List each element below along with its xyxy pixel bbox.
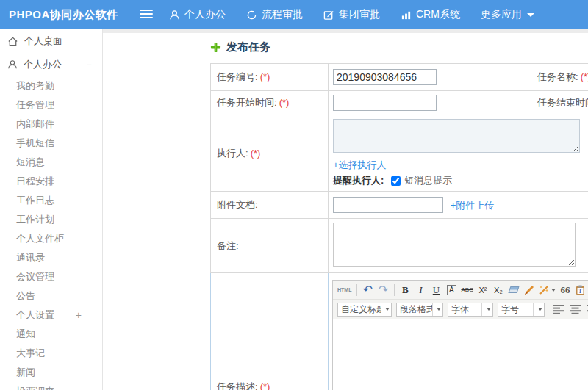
task-no-input[interactable] <box>333 69 437 85</box>
table-row: 任务描述:(*) HTML ↶ ↷ B I U A ABC X <box>211 273 588 390</box>
caret-down-icon <box>551 289 556 292</box>
align-left-icon[interactable] <box>552 302 564 317</box>
sidebar-item-task-management[interactable]: 任务管理 <box>0 95 102 115</box>
caret-down-icon <box>437 308 441 311</box>
font-family-dropdown[interactable]: 字体 <box>448 303 493 317</box>
task-no-label: 任务编号:(*) <box>211 64 329 91</box>
brush-icon[interactable] <box>523 283 535 297</box>
attachment-upload-link[interactable]: +附件上传 <box>451 200 495 211</box>
remark-label: 备注: <box>211 219 329 273</box>
editor-toolbar-row1: HTML ↶ ↷ B I U A ABC X² X₂ <box>333 281 588 300</box>
sms-option-label: 短消息提示 <box>404 174 452 187</box>
user-icon <box>169 10 180 21</box>
editor-toolbar-row2: 自定义标题 段落格式 字体 字号 <box>333 300 588 319</box>
top-header: PHPOA协同办公软件 个人办公 流程审批 集团审批 CRM系统 <box>0 0 588 29</box>
undo-icon[interactable]: ↶ <box>362 283 373 297</box>
start-time-label: 任务开始时间:(*) <box>211 91 329 115</box>
select-executor-link[interactable]: +选择执行人 <box>333 159 387 170</box>
table-row: 备注: <box>211 219 588 273</box>
remind-executor-label: 提醒执行人: <box>333 174 384 187</box>
strikethrough-button[interactable]: ABC <box>461 283 473 297</box>
sidebar-item-work-plan[interactable]: 工作计划 <box>0 210 102 229</box>
sidebar-item-news[interactable]: 新闻 <box>0 363 102 382</box>
toolbar-separator <box>356 284 357 296</box>
paste-icon[interactable]: T <box>575 283 587 297</box>
nav-crm-system[interactable]: CRM系统 <box>401 8 460 21</box>
publish-task-form: 任务编号:(*) 任务名称:(*) 任务开始时间:(*) 任务结束时间:(*) … <box>210 63 588 390</box>
edit-icon <box>323 10 334 21</box>
content-top-strip <box>103 29 588 33</box>
start-time-input[interactable] <box>333 95 437 111</box>
custom-heading-dropdown[interactable]: 自定义标题 <box>337 303 392 317</box>
required-mark: (*) <box>260 381 270 390</box>
sidebar-item-vote[interactable]: 投票调查 <box>0 382 102 390</box>
font-size-dropdown[interactable]: 字号 <box>498 303 545 317</box>
bold-button[interactable]: B <box>399 283 411 297</box>
bar-chart-icon <box>401 10 412 21</box>
caret-down-icon <box>538 308 542 311</box>
nav-more-apps[interactable]: 更多应用 <box>481 8 534 21</box>
page-title: 发布任务 <box>210 40 270 54</box>
sidebar-item-desktop[interactable]: 个人桌面 <box>0 29 102 53</box>
editor-content-area[interactable] <box>333 319 588 390</box>
sidebar-item-notice[interactable]: 通知 <box>0 325 102 344</box>
sidebar: 个人桌面 个人办公 − 我的考勤 任务管理 内部邮件 手机短信 短消息 日程安排… <box>0 29 103 390</box>
menu-icon[interactable] <box>140 10 153 20</box>
sidebar-item-short-message[interactable]: 短消息 <box>0 153 102 172</box>
task-description-label: 任务描述:(*) <box>211 273 329 390</box>
sidebar-item-personal-settings[interactable]: 个人设置 + <box>0 306 102 325</box>
required-mark: (*) <box>581 71 588 82</box>
sidebar-item-work-log[interactable]: 工作日志 <box>0 191 102 210</box>
task-name-label: 任务名称:(*) <box>531 64 588 91</box>
caret-down-icon <box>527 13 534 17</box>
app-logo: PHPOA协同办公软件 <box>9 0 118 29</box>
font-style-button[interactable]: A <box>447 285 456 295</box>
sidebar-item-schedule[interactable]: 日程安排 <box>0 172 102 191</box>
sidebar-item-meeting[interactable]: 会议管理 <box>0 267 102 286</box>
wand-icon[interactable] <box>539 283 556 297</box>
executor-label: 执行人:(*) <box>211 115 329 192</box>
attachment-label: 附件文档: <box>211 192 329 219</box>
end-time-label: 任务结束时间:(*) <box>531 91 588 115</box>
nav-personal-office[interactable]: 个人办公 <box>169 8 226 21</box>
expand-plus-icon[interactable]: + <box>76 306 82 325</box>
workflow-icon <box>246 10 257 21</box>
nav-group-approval[interactable]: 集团审批 <box>323 8 380 21</box>
sms-remind-checkbox[interactable] <box>391 176 401 186</box>
executor-textarea[interactable] <box>333 119 580 153</box>
italic-button[interactable]: I <box>415 283 426 297</box>
sidebar-item-contacts[interactable]: 通讯录 <box>0 248 102 267</box>
required-mark: (*) <box>260 71 270 82</box>
nav-workflow-approval[interactable]: 流程审批 <box>246 8 303 21</box>
toolbar-separator <box>394 284 395 296</box>
sidebar-item-announcement[interactable]: 公告 <box>0 286 102 306</box>
add-plus-icon <box>210 42 221 53</box>
sidebar-item-events[interactable]: 大事记 <box>0 344 102 363</box>
required-mark: (*) <box>279 97 290 108</box>
paragraph-format-dropdown[interactable]: 段落格式 <box>396 303 443 317</box>
sidebar-item-personal-office[interactable]: 个人办公 − <box>0 53 102 76</box>
subscript-button[interactable]: X₂ <box>492 283 504 297</box>
sidebar-item-internal-mail[interactable]: 内部邮件 <box>0 115 102 134</box>
table-row: 执行人:(*) +选择执行人 提醒执行人: 短消息提示 <box>211 115 588 192</box>
svg-text:T: T <box>578 288 583 295</box>
remark-textarea[interactable] <box>333 223 576 267</box>
required-mark: (*) <box>251 148 261 159</box>
caret-down-icon <box>487 308 491 311</box>
sidebar-item-file-cabinet[interactable]: 个人文件柜 <box>0 229 102 248</box>
home-icon <box>7 36 18 47</box>
main-content: 发布任务 任务编号:(*) 任务名称:(*) 任务开始时间:(*) 任务结束时间… <box>103 29 588 390</box>
blockquote-button[interactable]: 66 <box>559 283 571 297</box>
superscript-button[interactable]: X² <box>477 283 489 297</box>
attachment-input[interactable] <box>333 197 443 213</box>
collapse-minus-icon[interactable]: − <box>86 53 92 76</box>
underline-button[interactable]: U <box>430 283 442 297</box>
source-code-button[interactable]: HTML <box>337 283 351 297</box>
eraser-icon[interactable] <box>508 283 520 297</box>
align-center-icon[interactable] <box>569 302 581 317</box>
sidebar-item-sms[interactable]: 手机短信 <box>0 134 102 153</box>
sidebar-item-attendance[interactable]: 我的考勤 <box>0 76 102 95</box>
top-nav: 个人办公 流程审批 集团审批 CRM系统 更多应用 <box>169 0 555 29</box>
caret-down-icon <box>385 308 390 311</box>
redo-icon[interactable]: ↷ <box>377 283 389 297</box>
